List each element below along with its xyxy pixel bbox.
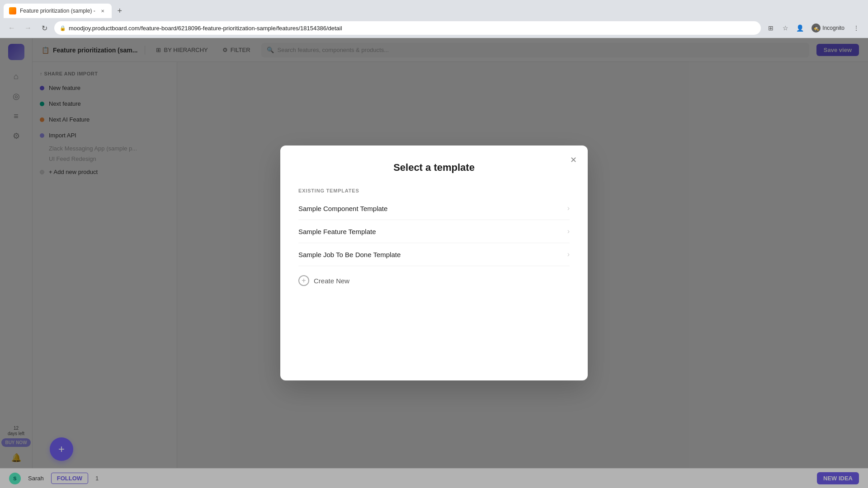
url-text: moodjoy.productboard.com/feature-board/6… [69, 25, 342, 32]
back-button[interactable]: ← [5, 22, 18, 34]
browser-actions: ⊞ ☆ 👤 🕵 Incognito ⋮ [764, 22, 863, 34]
incognito-icon: 🕵 [811, 23, 821, 33]
tab-bar: Feature prioritization (sample) - ✕ + [0, 0, 868, 18]
bookmark-icon[interactable]: ☆ [779, 22, 792, 34]
chevron-right-icon-3: › [567, 250, 570, 258]
create-new-label: Create New [314, 277, 349, 285]
tab-title: Feature prioritization (sample) - [20, 8, 95, 14]
more-menu-button[interactable]: ⋮ [850, 22, 863, 34]
template-feature-name: Sample Feature Template [298, 228, 376, 235]
template-item-job[interactable]: Sample Job To Be Done Template › [298, 243, 570, 266]
template-item-component[interactable]: Sample Component Template › [298, 197, 570, 220]
modal-overlay[interactable]: ✕ Select a template EXISTING TEMPLATES S… [0, 38, 868, 488]
refresh-button[interactable]: ↻ [38, 22, 51, 34]
forward-button[interactable]: → [22, 22, 34, 34]
tab-close-button[interactable]: ✕ [99, 7, 106, 14]
chevron-right-icon-2: › [567, 227, 570, 235]
template-item-feature[interactable]: Sample Feature Template › [298, 220, 570, 243]
template-component-name: Sample Component Template [298, 205, 387, 212]
incognito-button[interactable]: 🕵 Incognito [808, 23, 848, 33]
existing-templates-label: EXISTING TEMPLATES [298, 188, 570, 193]
incognito-label: Incognito [822, 25, 844, 31]
modal-title: Select a template [298, 162, 570, 174]
plus-circle-icon: + [298, 275, 309, 286]
address-bar[interactable]: 🔒 moodjoy.productboard.com/feature-board… [54, 21, 761, 35]
address-bar-row: ← → ↻ 🔒 moodjoy.productboard.com/feature… [0, 18, 868, 38]
lock-icon: 🔒 [60, 25, 66, 31]
tab-favicon [9, 7, 16, 14]
profile-icon[interactable]: 👤 [793, 22, 806, 34]
create-new-row[interactable]: + Create New [298, 268, 570, 293]
cast-icon[interactable]: ⊞ [764, 22, 777, 34]
modal-close-button[interactable]: ✕ [566, 153, 580, 167]
template-job-name: Sample Job To Be Done Template [298, 251, 401, 258]
chevron-right-icon: › [567, 204, 570, 212]
browser-chrome: Feature prioritization (sample) - ✕ + ← … [0, 0, 868, 38]
select-template-modal: ✕ Select a template EXISTING TEMPLATES S… [280, 145, 588, 380]
active-tab[interactable]: Feature prioritization (sample) - ✕ [4, 4, 112, 18]
new-tab-button[interactable]: + [113, 5, 126, 17]
